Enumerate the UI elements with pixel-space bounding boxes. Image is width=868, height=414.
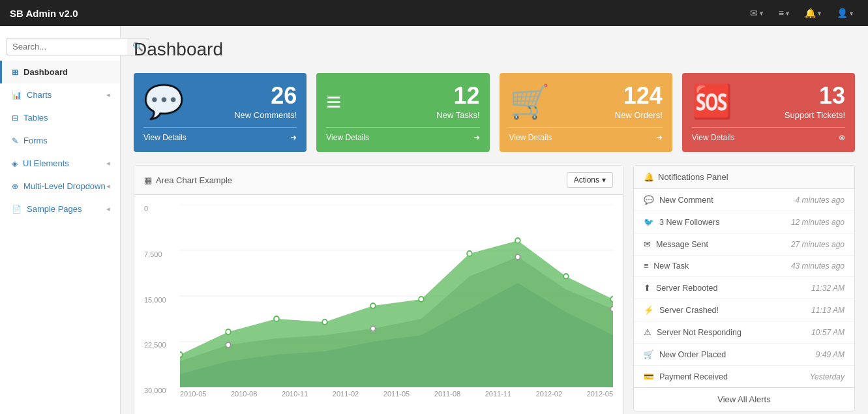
alerts-nav-btn[interactable]: 🔔 ▾ <box>800 5 826 21</box>
sidebar-search-container: 🔍 <box>0 33 120 61</box>
tasks-card-icon: ≡ <box>326 87 341 117</box>
comments-footer-icon: ➜ <box>290 133 297 142</box>
stat-card-tickets: 🆘 13 Support Tickets! View Details ⊗ <box>682 73 855 152</box>
notif-icon-5: ⚡ <box>644 305 654 315</box>
area-chart-svg <box>180 205 613 387</box>
notif-text-3: New Task <box>653 261 689 271</box>
user-icon: 👤 <box>837 8 848 18</box>
user-nav-btn[interactable]: 👤 ▾ <box>831 5 858 21</box>
tasks-caret: ▾ <box>786 10 789 17</box>
svg-point-16 <box>563 274 569 279</box>
comments-footer-text: View Details <box>143 133 187 142</box>
stat-card-tasks: ≡ 12 New Tasks! View Details ➜ <box>316 73 489 152</box>
svg-point-21 <box>610 306 613 312</box>
notif-text-2: Message Sent <box>656 240 708 249</box>
svg-point-20 <box>515 254 520 259</box>
sidebar-label-forms: Forms <box>23 136 48 145</box>
charts-icon: 📊 <box>12 91 22 100</box>
layout: 🔍 ⊞ Dashboard 📊 Charts ◂ ⊟ Tables ✎ Form… <box>0 26 868 414</box>
sidebar-item-dashboard[interactable]: ⊞ Dashboard <box>0 61 120 83</box>
notif-item-7: 🛒 New Order Placed 9:49 AM <box>634 344 854 366</box>
notif-item-8: 💳 Payment Received Yesterday <box>634 366 854 387</box>
notif-left-4: ⬆ Server Rebooted <box>644 283 718 293</box>
tasks-footer-text: View Details <box>326 133 369 142</box>
comments-number: 26 <box>234 84 297 108</box>
sidebar-label-dashboard: Dashboard <box>23 67 68 77</box>
tasks-nav-btn[interactable]: ≡ ▾ <box>773 5 794 21</box>
notif-icon-3: ≡ <box>644 261 648 271</box>
dashboard-col-main: ▦ Area Chart Example Actions ▾ 30,000 <box>134 165 623 414</box>
sidebar-item-forms[interactable]: ✎ Forms <box>0 129 120 152</box>
orders-label: New Orders! <box>615 110 663 120</box>
tasks-label: New Tasks! <box>436 110 479 120</box>
tickets-footer-icon: ⊗ <box>839 133 845 142</box>
pages-icon: 📄 <box>12 205 22 214</box>
ui-icon: ◈ <box>12 159 18 168</box>
sidebar-item-multi-level[interactable]: ⊕ Multi-Level Dropdown ◂ <box>0 175 120 198</box>
notif-icon-8: 💳 <box>644 372 654 381</box>
stat-card-tickets-top: 🆘 13 Support Tickets! <box>692 83 845 121</box>
notif-icon-6: ⚠ <box>644 327 651 337</box>
notif-text-4: Server Rebooted <box>656 284 718 293</box>
notif-text-1: 3 New Followers <box>659 218 719 227</box>
envelope-nav-btn[interactable]: ✉ ▾ <box>745 5 768 21</box>
sidebar-item-tables[interactable]: ⊟ Tables <box>0 106 120 129</box>
notif-time-0: 4 minutes ago <box>796 196 845 205</box>
notif-text-5: Server Crashed! <box>659 306 719 315</box>
forms-icon: ✎ <box>12 136 18 145</box>
comments-label: New Comments! <box>234 110 297 120</box>
actions-caret: ▾ <box>602 175 606 185</box>
orders-footer[interactable]: View Details ➜ <box>509 127 663 142</box>
notif-left-0: 💬 New Comment <box>644 195 713 205</box>
notif-time-2: 27 minutes ago <box>791 240 845 249</box>
pages-arrow: ◂ <box>106 205 110 213</box>
envelope-caret: ▾ <box>760 10 763 17</box>
area-chart-actions-btn[interactable]: Actions ▾ <box>567 172 613 188</box>
comments-footer[interactable]: View Details ➜ <box>143 127 297 142</box>
sidebar-label-tables: Tables <box>23 113 48 123</box>
svg-point-9 <box>226 329 231 334</box>
notif-time-4: 11:32 AM <box>811 284 845 293</box>
multi-icon: ⊕ <box>12 182 18 191</box>
notif-text-8: Payment Received <box>659 372 728 381</box>
notif-time-1: 12 minutes ago <box>791 218 845 227</box>
notif-item-5: ⚡ Server Crashed! 11:13 AM <box>634 299 854 321</box>
notif-icon-4: ⬆ <box>644 283 651 293</box>
notif-time-6: 10:57 AM <box>811 328 845 337</box>
svg-point-15 <box>515 238 520 243</box>
svg-point-18 <box>226 342 231 347</box>
notif-text-6: Server Not Responding <box>657 328 741 337</box>
svg-marker-7 <box>180 241 613 387</box>
area-chart-panel: ▦ Area Chart Example Actions ▾ 30,000 <box>134 165 623 414</box>
notif-left-2: ✉ Message Sent <box>644 239 708 249</box>
sidebar-item-sample-pages[interactable]: 📄 Sample Pages ◂ <box>0 198 120 220</box>
navbar-brand: SB Admin v2.0 <box>10 8 78 19</box>
sidebar-item-charts[interactable]: 📊 Charts ◂ <box>0 83 120 106</box>
svg-point-13 <box>419 297 424 302</box>
view-all-alerts-btn[interactable]: View All Alerts <box>634 387 854 411</box>
notif-time-5: 11:13 AM <box>811 306 845 315</box>
notif-icon-0: 💬 <box>644 195 654 205</box>
ui-arrow: ◂ <box>106 159 110 168</box>
tickets-footer[interactable]: View Details ⊗ <box>692 127 845 142</box>
notif-icon-7: 🛒 <box>644 349 654 359</box>
comments-card-icon: 💬 <box>143 83 184 121</box>
navbar: SB Admin v2.0 ✉ ▾ ≡ ▾ 🔔 ▾ 👤 ▾ <box>0 0 868 26</box>
sidebar-label-pages: Sample Pages <box>27 204 82 214</box>
tasks-footer-icon: ➜ <box>473 133 480 142</box>
sidebar: 🔍 ⊞ Dashboard 📊 Charts ◂ ⊟ Tables ✎ Form… <box>0 26 121 414</box>
notifications-header: 🔔 Notifications Panel <box>634 166 854 189</box>
tasks-footer[interactable]: View Details ➜ <box>326 127 479 142</box>
stat-card-orders-top: 🛒 124 New Orders! <box>509 83 663 121</box>
notif-time-3: 43 minutes ago <box>791 261 845 271</box>
comments-value-block: 26 New Comments! <box>234 84 297 120</box>
sidebar-label-multi: Multi-Level Dropdown <box>23 181 106 191</box>
bell-notif-icon: 🔔 <box>644 172 654 182</box>
svg-point-17 <box>610 297 613 302</box>
sidebar-item-ui-elements[interactable]: ◈ UI Elements ◂ <box>0 152 120 175</box>
search-input[interactable] <box>7 38 127 55</box>
tickets-card-icon: 🆘 <box>692 83 732 121</box>
orders-footer-text: View Details <box>509 133 552 142</box>
tickets-number: 13 <box>785 84 845 108</box>
alerts-caret: ▾ <box>818 10 821 17</box>
